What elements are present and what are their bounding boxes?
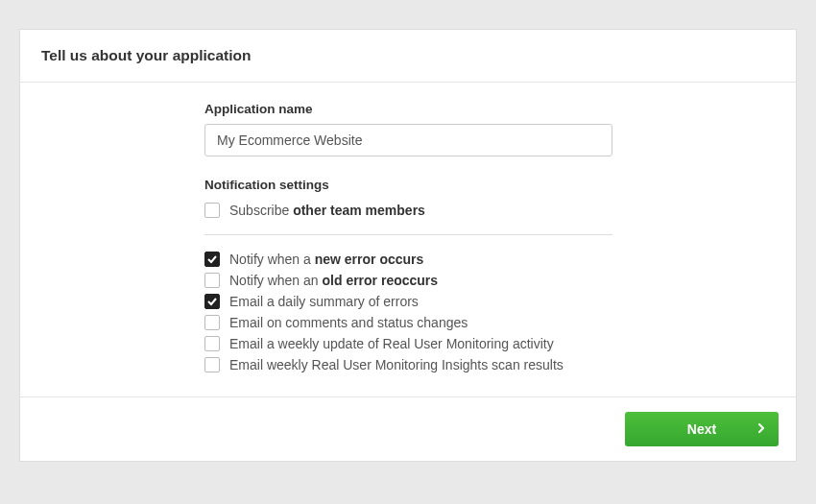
subscribe-label: Subscribe other team members [229,203,425,218]
notif-opt-label: Notify when an old error reoccurs [229,273,438,288]
notif-opt-checkbox[interactable] [204,294,220,309]
notif-settings-label: Notification settings [204,178,612,192]
notif-opt-label: Email weekly Real User Monitoring Insigh… [229,357,564,372]
subscribe-checkbox[interactable] [204,203,220,218]
notif-opt-checkbox[interactable] [204,357,220,372]
notif-opt-row: Email a weekly update of Real User Monit… [204,333,612,354]
notif-opt-checkbox[interactable] [204,273,220,288]
check-icon [207,254,217,264]
appname-label: Application name [204,102,612,116]
next-button[interactable]: Next [625,412,779,446]
card-footer: Next [20,396,796,461]
notif-opt-label: Notify when a new error occurs [229,252,423,267]
card-header: Tell us about your application [20,30,796,83]
notif-opt-row: Email a daily summary of errors [204,291,612,312]
check-icon [207,297,217,306]
divider [204,234,612,235]
card-body: Application name Notification settings S… [20,83,796,396]
notif-opt-row: Notify when an old error reoccurs [204,270,612,291]
notif-opt-row: Email on comments and status changes [204,312,612,333]
form-inner: Application name Notification settings S… [204,102,612,375]
appname-input[interactable] [204,124,612,156]
app-form-card: Tell us about your application Applicati… [19,29,797,462]
notif-opt-label: Email a weekly update of Real User Monit… [229,336,554,351]
page-title: Tell us about your application [41,47,251,63]
notif-opt-label: Email a daily summary of errors [229,294,419,309]
notif-opt-row: Notify when a new error occurs [204,249,612,270]
chevron-right-icon [758,423,765,435]
notif-opt-row: Email weekly Real User Monitoring Insigh… [204,354,612,375]
notification-options: Notify when a new error occursNotify whe… [204,249,612,375]
subscribe-row: Subscribe other team members [204,200,612,221]
notif-opt-checkbox[interactable] [204,252,220,267]
notif-opt-checkbox[interactable] [204,336,220,351]
notif-opt-checkbox[interactable] [204,315,220,330]
notif-opt-label: Email on comments and status changes [229,315,468,330]
next-button-label: Next [687,421,716,437]
